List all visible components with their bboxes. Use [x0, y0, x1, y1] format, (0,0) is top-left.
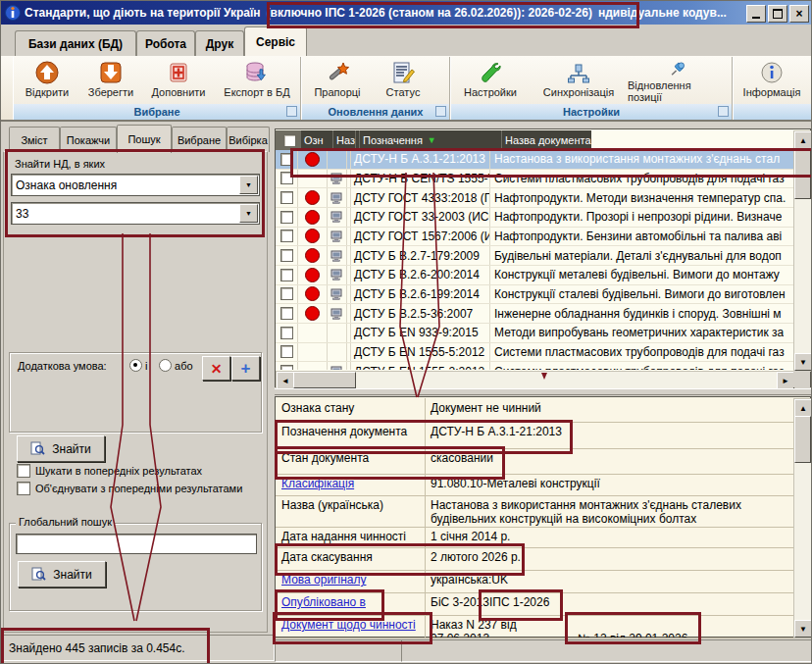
row-checkbox[interactable] [280, 287, 293, 300]
row-checkbox[interactable] [280, 365, 293, 370]
search-previous-checkbox[interactable]: Шукати в попередніх результатах [17, 464, 264, 478]
table-row[interactable]: ДСТУ-Н Б CEN/TS 1555-7Системи пластмасов… [276, 170, 793, 189]
dialog-launcher-icon[interactable] [286, 106, 297, 117]
table-row[interactable]: ДСТУ ГОСТ 33-2003 (ИССНафтопродукти. Про… [276, 208, 793, 228]
left-tab-vybirka[interactable]: Вибірка [227, 127, 270, 152]
table-row[interactable]: ДСТУ Б В.2.6-199:2014Конструкції сталеві… [276, 285, 793, 305]
save-button[interactable]: Зберегти [80, 57, 141, 103]
scroll-down-icon[interactable]: ▼ [794, 620, 812, 638]
row-checkbox[interactable] [280, 307, 293, 320]
left-tab-zmist[interactable]: Зміст [9, 127, 60, 152]
detail-value-text: Настанова з використання монтажних з'єдн… [431, 498, 741, 526]
computer-icon [330, 250, 343, 262]
computer-icon [330, 230, 343, 242]
left-tab-poshuk[interactable]: Пошук [117, 125, 172, 153]
restore-position-button[interactable]: Відновлення позиції [628, 57, 728, 103]
table-row[interactable]: ДСТУ Б EN 1555-2:2012Системи пластмасови… [276, 362, 793, 370]
table-row[interactable]: ДСТУ Б EN 933-9:2015Методи випробувань г… [276, 324, 793, 343]
detail-value-text: 91.080.10-Металеві конструкції [431, 477, 600, 490]
global-search-input[interactable] [16, 534, 257, 554]
tab-servis[interactable]: Сервіс [244, 26, 307, 56]
header-document-name[interactable]: Назва документа [502, 130, 591, 150]
scrollbar-thumb[interactable] [794, 148, 811, 199]
detail-label-link[interactable]: Документ щодо чинності [276, 615, 426, 638]
window-title-highlighted: (включно ІПС 1-2026 (станом на 26.02.202… [261, 6, 598, 20]
table-row[interactable]: ДСТУ Б В.2.7-179:2009Будівельні матеріал… [276, 246, 793, 266]
table-vertical-scrollbar[interactable]: ▲ ▼ [793, 130, 812, 372]
header-update-flag[interactable]: Озн [301, 130, 333, 150]
row-checkbox[interactable] [280, 269, 293, 281]
detail-row: Опубліковано вБіС 3-2013ІПС 1-2026 [276, 592, 793, 616]
flags-button[interactable]: Прапорці [302, 57, 373, 103]
global-find-button[interactable]: Знайти [18, 561, 106, 587]
table-row[interactable]: ДСТУ Б EN 1555-5:2012Системи пластмасови… [276, 343, 793, 363]
row-checkbox[interactable] [280, 211, 293, 224]
computer-icon [330, 288, 343, 300]
scroll-right-icon[interactable]: ► [777, 372, 794, 389]
table-row[interactable]: ДСТУ ГОСТ 4333:2018 (ГНафтопродукти. Мет… [276, 188, 793, 208]
radio-and[interactable]: і [129, 359, 148, 372]
table-row[interactable]: ДСТУ Б В.2.6-200:2014Конструкції металев… [276, 266, 793, 285]
row-checkbox[interactable] [280, 249, 293, 262]
table-row[interactable]: ДСТУ ГОСТ 1567:2006 (ИНафтопродукти. Бен… [276, 228, 793, 247]
detail-label-link[interactable]: Класифікація [276, 474, 426, 495]
row-checkbox[interactable] [280, 172, 293, 184]
header-select-all[interactable] [276, 130, 301, 150]
scroll-up-icon[interactable]: ▲ [794, 399, 812, 417]
row-checkbox[interactable] [280, 191, 293, 204]
settings-button[interactable]: Настройки [451, 57, 530, 103]
dialog-launcher-icon[interactable] [718, 106, 729, 117]
add-condition-button[interactable]: + [231, 356, 260, 381]
delete-condition-button[interactable]: ✕ [202, 356, 230, 381]
merge-previous-checkbox[interactable]: Об'єднувати з попередніми результатами [17, 482, 264, 495]
details-vertical-scrollbar[interactable]: ▲ ▼ [793, 398, 812, 638]
row-checkbox[interactable] [280, 345, 293, 358]
tab-druk[interactable]: Друк [195, 30, 244, 56]
detail-label-link[interactable]: Опубліковано в [276, 592, 426, 615]
scroll-down-icon[interactable]: ▼ [794, 353, 812, 371]
scroll-left-icon[interactable]: ◄ [277, 372, 294, 389]
left-tab-vybrane[interactable]: Вибране [172, 127, 227, 152]
checkbox-icon [17, 482, 30, 495]
chevron-down-icon[interactable]: ▼ [239, 204, 258, 223]
information-button[interactable]: Інформація [734, 57, 810, 103]
synchronization-button[interactable]: Синхронізація [530, 57, 628, 103]
scrollbar-thumb[interactable] [794, 416, 811, 463]
row-checkbox[interactable] [280, 230, 293, 242]
header-designation[interactable]: Позначення▼ [360, 130, 502, 150]
dialog-launcher-icon[interactable] [435, 106, 446, 117]
left-tab-pokazhchyk[interactable]: Покажчи [60, 127, 117, 152]
flags-wand-icon [325, 60, 350, 85]
search-value-combobox[interactable]: 33 ▼ [11, 202, 260, 225]
detail-row: Стан документаскасований [276, 448, 793, 475]
export-db-button[interactable]: Експорт в БД [216, 57, 298, 103]
detail-value2-text: № 12 від 29.01.2026 [578, 632, 687, 638]
row-checkbox[interactable] [280, 153, 293, 166]
find-button[interactable]: Знайти [17, 435, 105, 462]
status-button[interactable]: Статус [373, 57, 433, 103]
minimize-button[interactable] [746, 5, 766, 23]
table-row[interactable]: ДСТУ Б В.2.5-36:2007Інженерне обладнання… [276, 304, 793, 324]
tab-bazy-danykh[interactable]: Бази даних (БД) [15, 30, 136, 56]
maximize-button[interactable] [768, 5, 787, 23]
row-checkbox[interactable] [280, 327, 293, 339]
scroll-up-icon[interactable]: ▲ [794, 131, 812, 149]
detail-label: Стан документа [276, 448, 426, 474]
append-button[interactable]: Доповнити [141, 57, 216, 103]
detail-label: Позначення документа [276, 422, 426, 448]
horizontal-splitter[interactable] [275, 388, 811, 395]
detail-row: Мова оригіналуукраїнська:UK [276, 570, 793, 593]
detail-label: Назва (українська) [276, 495, 426, 527]
open-button[interactable]: Відкрити [14, 57, 80, 103]
table-row[interactable]: ДСТУ-Н Б А.3.1-21:2013Настанова з викори… [276, 150, 793, 170]
designation-cell: ДСТУ-Н Б А.3.1-21:2013 [351, 152, 485, 166]
scrollbar-thumb[interactable] [293, 372, 356, 388]
detail-label-link[interactable]: Мова оригіналу [276, 570, 426, 592]
search-field-combobox[interactable]: Ознака оновлення ▼ [11, 174, 260, 196]
header-has-text[interactable]: Наз [333, 130, 356, 150]
close-button[interactable]: × [789, 5, 809, 23]
radio-or[interactable]: або [159, 359, 193, 372]
table-horizontal-scrollbar[interactable]: ◄ ► [276, 371, 795, 389]
chevron-down-icon[interactable]: ▼ [239, 176, 258, 194]
tab-robota[interactable]: Робота [136, 30, 195, 56]
